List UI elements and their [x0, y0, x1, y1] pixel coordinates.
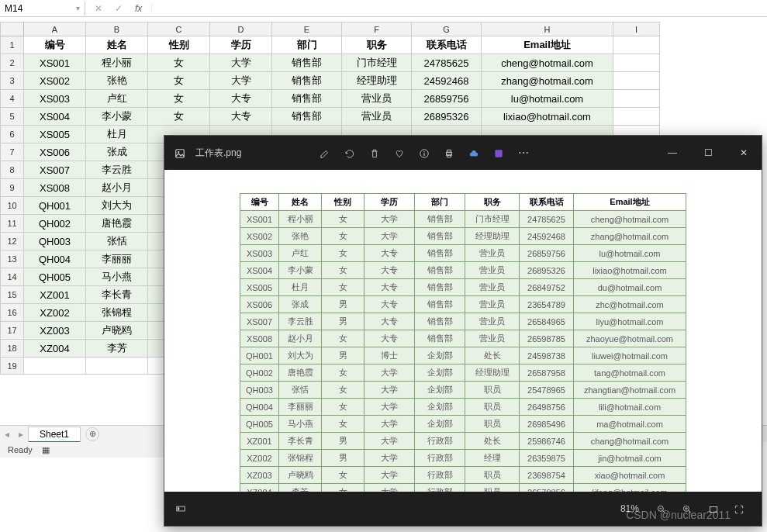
- cell[interactable]: 编号: [24, 36, 86, 54]
- cell[interactable]: 卢红: [86, 90, 148, 108]
- window-minimize[interactable]: —: [655, 147, 690, 158]
- cell[interactable]: XS003: [24, 90, 86, 108]
- cell[interactable]: lu@hotmail.com: [482, 90, 613, 108]
- row-header[interactable]: 12: [1, 233, 24, 250]
- heart-icon[interactable]: [394, 147, 405, 159]
- cell[interactable]: 唐艳霞: [86, 215, 148, 233]
- row-header[interactable]: 18: [1, 340, 24, 358]
- cell[interactable]: 销售部: [272, 54, 342, 72]
- cell[interactable]: 大专: [210, 108, 272, 126]
- cell[interactable]: [613, 108, 660, 126]
- cell[interactable]: 女: [148, 72, 210, 90]
- cell[interactable]: 大专: [210, 90, 272, 108]
- more-icon[interactable]: ⋯: [518, 147, 529, 159]
- fullscreen-icon[interactable]: [734, 503, 745, 514]
- col-header[interactable]: A: [24, 22, 86, 36]
- cell[interactable]: XZ001: [24, 286, 86, 304]
- cell[interactable]: lixiao@hotmail.com: [482, 108, 613, 126]
- cell[interactable]: 女: [148, 54, 210, 72]
- cell[interactable]: 李长青: [86, 286, 148, 304]
- zoom-in-icon[interactable]: [682, 503, 693, 514]
- row-header[interactable]: 9: [1, 179, 24, 197]
- cell[interactable]: XS004: [24, 108, 86, 126]
- cell[interactable]: [24, 358, 86, 375]
- cell[interactable]: XS001: [24, 54, 86, 72]
- row-header[interactable]: 19: [1, 358, 24, 375]
- cell[interactable]: 联系电话: [412, 36, 482, 54]
- cell[interactable]: 营业员: [342, 90, 412, 108]
- cell[interactable]: XS002: [24, 72, 86, 90]
- sheet-nav-next-icon[interactable]: ▸: [14, 429, 28, 440]
- window-maximize[interactable]: ☐: [690, 147, 726, 158]
- cell[interactable]: cheng@hotmail.com: [482, 54, 613, 72]
- cell[interactable]: 大学: [210, 54, 272, 72]
- row-header[interactable]: 17: [1, 322, 24, 340]
- row-header[interactable]: 14: [1, 268, 24, 286]
- cell[interactable]: 张艳: [86, 72, 148, 90]
- cell[interactable]: QH004: [24, 250, 86, 268]
- col-header[interactable]: E: [272, 22, 342, 36]
- cell[interactable]: XZ002: [24, 304, 86, 322]
- zoom-out-icon[interactable]: [656, 503, 667, 514]
- cell[interactable]: 销售部: [272, 72, 342, 90]
- cell[interactable]: 女: [148, 90, 210, 108]
- accept-icon[interactable]: ✓: [109, 3, 129, 14]
- cell[interactable]: 24785625: [412, 54, 482, 72]
- sheet-tab-sheet1[interactable]: Sheet1: [28, 427, 81, 443]
- cell[interactable]: QH002: [24, 215, 86, 233]
- name-box[interactable]: M14 ▾: [0, 2, 85, 16]
- filmstrip-icon[interactable]: [175, 503, 186, 515]
- cell[interactable]: 26859756: [412, 90, 482, 108]
- row-header[interactable]: 10: [1, 197, 24, 215]
- cell[interactable]: 张恬: [86, 233, 148, 250]
- cell[interactable]: 张成: [86, 143, 148, 161]
- cell[interactable]: 26895326: [412, 108, 482, 126]
- formula-input[interactable]: [152, 7, 767, 10]
- row-header[interactable]: 5: [1, 108, 24, 126]
- cell[interactable]: 刘大为: [86, 197, 148, 215]
- print-icon[interactable]: [444, 147, 454, 159]
- row-header[interactable]: 4: [1, 90, 24, 108]
- cell[interactable]: [613, 36, 660, 54]
- cell[interactable]: 学历: [210, 36, 272, 54]
- clipchamp-icon[interactable]: [493, 147, 504, 159]
- col-header[interactable]: C: [148, 22, 210, 36]
- cell[interactable]: XS006: [24, 143, 86, 161]
- cell[interactable]: zhang@hotmail.com: [482, 72, 613, 90]
- fit-icon[interactable]: [708, 503, 719, 514]
- cell[interactable]: 门市经理: [342, 54, 412, 72]
- chevron-down-icon[interactable]: ▾: [76, 4, 80, 12]
- cell[interactable]: 部门: [272, 36, 342, 54]
- row-header[interactable]: 7: [1, 143, 24, 161]
- cell[interactable]: [613, 90, 660, 108]
- row-header[interactable]: 1: [1, 36, 24, 54]
- cell[interactable]: 营业员: [342, 108, 412, 126]
- row-header[interactable]: 8: [1, 161, 24, 179]
- edit-icon[interactable]: [320, 147, 330, 159]
- cell[interactable]: XZ004: [24, 340, 86, 358]
- row-header[interactable]: 2: [1, 54, 24, 72]
- add-sheet-button[interactable]: ⊕: [85, 427, 99, 441]
- cell[interactable]: 姓名: [86, 36, 148, 54]
- cell[interactable]: XS008: [24, 179, 86, 197]
- col-header[interactable]: D: [210, 22, 272, 36]
- rotate-icon[interactable]: [344, 147, 355, 159]
- row-header[interactable]: 15: [1, 286, 24, 304]
- cell[interactable]: XS007: [24, 161, 86, 179]
- info-icon[interactable]: [419, 147, 430, 159]
- cell[interactable]: 程小丽: [86, 54, 148, 72]
- col-header[interactable]: B: [86, 22, 148, 36]
- cell[interactable]: 经理助理: [342, 72, 412, 90]
- cell[interactable]: QH005: [24, 268, 86, 286]
- cell[interactable]: [86, 358, 148, 375]
- row-header[interactable]: 16: [1, 304, 24, 322]
- cell[interactable]: 卢晓鸥: [86, 322, 148, 340]
- cancel-icon[interactable]: ✕: [88, 3, 109, 14]
- col-header[interactable]: I: [613, 22, 660, 36]
- row-header[interactable]: 6: [1, 126, 24, 143]
- cloud-icon[interactable]: [468, 147, 479, 159]
- cell[interactable]: 李芳: [86, 340, 148, 358]
- cell[interactable]: 马小燕: [86, 268, 148, 286]
- cell[interactable]: 杜月: [86, 126, 148, 143]
- cell[interactable]: 销售部: [272, 90, 342, 108]
